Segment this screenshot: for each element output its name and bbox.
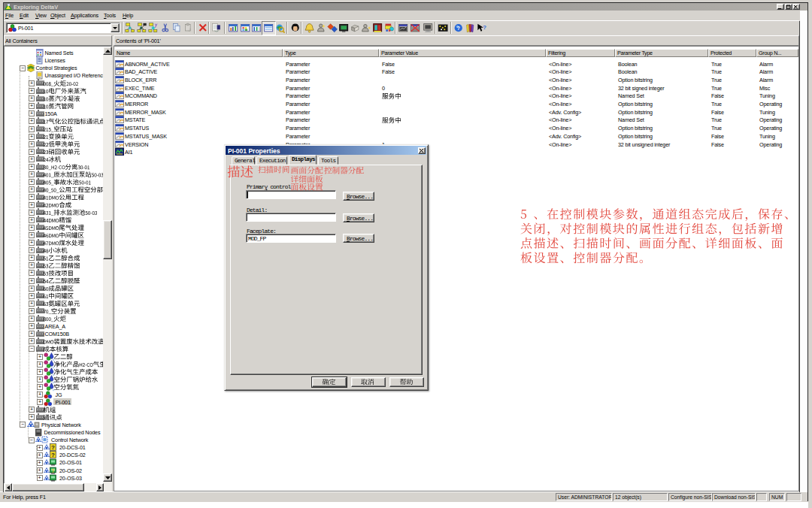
svg-text:?: ? [483, 24, 486, 31]
svg-text:?: ? [51, 444, 55, 451]
svg-text:?: ? [51, 452, 55, 458]
svg-text:?: ? [52, 467, 55, 473]
svg-text:?: ? [457, 26, 460, 31]
